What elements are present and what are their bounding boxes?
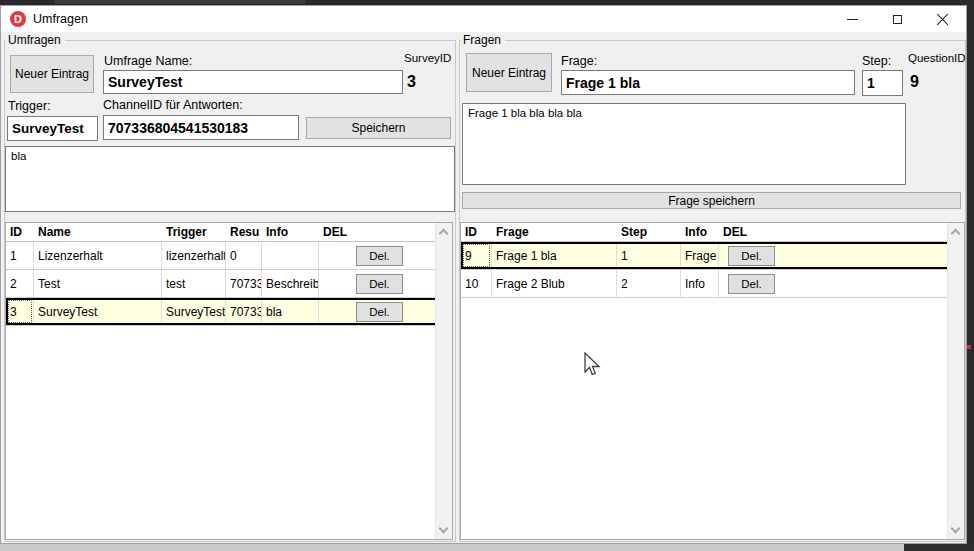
save-survey-button[interactable]: Speichern bbox=[306, 117, 451, 139]
titlebar: D Umfragen bbox=[0, 5, 967, 32]
table-cell: 2 bbox=[617, 270, 681, 297]
questions-table-scrollbar[interactable] bbox=[947, 223, 964, 539]
step-input[interactable] bbox=[862, 70, 903, 96]
channel-id-label: ChannelID für Antworten: bbox=[103, 98, 243, 112]
table-cell: lizenzerhalt bbox=[162, 242, 226, 269]
save-question-button[interactable]: Frage speichern bbox=[462, 192, 961, 209]
table-cell: bla bbox=[262, 298, 319, 325]
column-header[interactable]: Frage bbox=[492, 223, 617, 241]
table-cell-del: Del. bbox=[319, 270, 452, 297]
screen: D Umfragen Umfragen Fragen Neuer Eintrag… bbox=[0, 0, 974, 551]
table-row[interactable]: 9Frage 1 bla1FrageDel. bbox=[461, 242, 964, 270]
surveys-table-scrollbar[interactable] bbox=[435, 223, 452, 539]
table-cell: test bbox=[162, 270, 226, 297]
table-cell: Beschreib bbox=[262, 270, 319, 297]
table-cell-del: Del. bbox=[319, 298, 452, 325]
table-cell: 3 bbox=[6, 298, 34, 325]
maximize-button[interactable] bbox=[875, 6, 920, 32]
column-header[interactable]: DEL bbox=[719, 223, 964, 241]
app-icon: D bbox=[10, 11, 26, 27]
table-cell: 1 bbox=[6, 242, 34, 269]
table-cell bbox=[262, 242, 319, 269]
column-header[interactable]: Trigger bbox=[162, 223, 226, 241]
table-cell: Test bbox=[34, 270, 162, 297]
table-cell: 2 bbox=[6, 270, 34, 297]
column-header[interactable]: Info bbox=[262, 223, 319, 241]
groupbox-fragen-label: Fragen bbox=[461, 33, 505, 47]
survey-id-value: 3 bbox=[407, 73, 416, 91]
background-bottom-dark bbox=[904, 544, 974, 551]
trigger-input[interactable] bbox=[7, 116, 98, 141]
scroll-down-icon[interactable] bbox=[951, 524, 961, 534]
table-cell: SurveyTest bbox=[34, 298, 162, 325]
question-label: Frage: bbox=[561, 54, 597, 68]
maximize-icon bbox=[893, 15, 902, 24]
question-id-label: QuestionID bbox=[908, 52, 966, 64]
delete-row-button[interactable]: Del. bbox=[728, 246, 775, 266]
background-red-mark bbox=[967, 345, 971, 349]
step-label: Step: bbox=[862, 54, 891, 68]
column-header[interactable]: ID bbox=[6, 223, 34, 241]
new-survey-button[interactable]: Neuer Eintrag bbox=[10, 55, 94, 93]
table-cell: Frage bbox=[681, 242, 719, 269]
questions-table: IDFrageStepInfoDEL9Frage 1 bla1FrageDel.… bbox=[460, 222, 965, 540]
table-cell: SurveyTest bbox=[162, 298, 226, 325]
column-header[interactable]: ID bbox=[461, 223, 492, 241]
column-header[interactable]: Name bbox=[34, 223, 162, 241]
scroll-up-icon[interactable] bbox=[951, 229, 961, 239]
table-cell-del: Del. bbox=[319, 242, 452, 269]
background-bottom-strip bbox=[0, 544, 904, 551]
survey-description-textarea[interactable]: bla bbox=[5, 146, 455, 212]
table-cell: Lizenzerhalt bbox=[34, 242, 162, 269]
table-cell: Info bbox=[681, 270, 719, 297]
window-controls bbox=[830, 6, 965, 32]
question-id-value: 9 bbox=[910, 73, 919, 91]
column-header[interactable]: Info bbox=[681, 223, 719, 241]
table-header-row: IDNameTriggerResuInfoDEL bbox=[6, 223, 452, 242]
table-cell: 1 bbox=[617, 242, 681, 269]
close-button[interactable] bbox=[920, 6, 965, 32]
surveys-table: IDNameTriggerResuInfoDEL1Lizenzerhaltliz… bbox=[5, 222, 453, 540]
survey-name-label: Umfrage Name: bbox=[104, 54, 192, 68]
column-header[interactable]: Resu bbox=[226, 223, 262, 241]
table-row[interactable]: 3SurveyTestSurveyTest70733blaDel. bbox=[6, 298, 452, 326]
trigger-label: Trigger: bbox=[8, 99, 51, 113]
question-input[interactable] bbox=[561, 70, 855, 95]
groupbox-umfragen-label: Umfragen bbox=[6, 33, 65, 47]
table-cell: 9 bbox=[461, 242, 492, 269]
table-row[interactable]: 10Frage 2 Blub2InfoDel. bbox=[461, 270, 964, 298]
delete-row-button[interactable]: Del. bbox=[356, 246, 403, 266]
delete-row-button[interactable]: Del. bbox=[356, 274, 403, 294]
table-cell: 70733 bbox=[226, 298, 262, 325]
survey-id-label: SurveyID bbox=[404, 52, 451, 64]
scroll-down-icon[interactable] bbox=[439, 524, 449, 534]
table-cell-del: Del. bbox=[719, 270, 964, 297]
question-description-textarea[interactable]: Frage 1 bla bla bla bla bbox=[462, 103, 906, 185]
close-icon bbox=[936, 13, 949, 26]
table-cell: 10 bbox=[461, 270, 492, 297]
minimize-button[interactable] bbox=[830, 6, 875, 32]
column-header[interactable]: Step bbox=[617, 223, 681, 241]
table-cell: 70733 bbox=[226, 270, 262, 297]
channel-id-input[interactable] bbox=[103, 115, 299, 140]
table-row[interactable]: 2Testtest70733BeschreibDel. bbox=[6, 270, 452, 298]
background-window-strip bbox=[55, 0, 305, 4]
table-row[interactable]: 1Lizenzerhaltlizenzerhalt0Del. bbox=[6, 242, 452, 270]
survey-name-input[interactable] bbox=[103, 70, 403, 94]
table-cell: 0 bbox=[226, 242, 262, 269]
minimize-icon bbox=[847, 19, 858, 20]
table-cell: Frage 2 Blub bbox=[492, 270, 617, 297]
column-header[interactable]: DEL bbox=[319, 223, 452, 241]
table-header-row: IDFrageStepInfoDEL bbox=[461, 223, 964, 242]
delete-row-button[interactable]: Del. bbox=[728, 274, 775, 294]
delete-row-button[interactable]: Del. bbox=[356, 302, 403, 322]
scroll-up-icon[interactable] bbox=[439, 229, 449, 239]
table-cell-del: Del. bbox=[719, 242, 964, 269]
new-question-button[interactable]: Neuer Eintrag bbox=[466, 53, 552, 92]
table-cell: Frage 1 bla bbox=[492, 242, 617, 269]
window-title: Umfragen bbox=[33, 12, 88, 26]
